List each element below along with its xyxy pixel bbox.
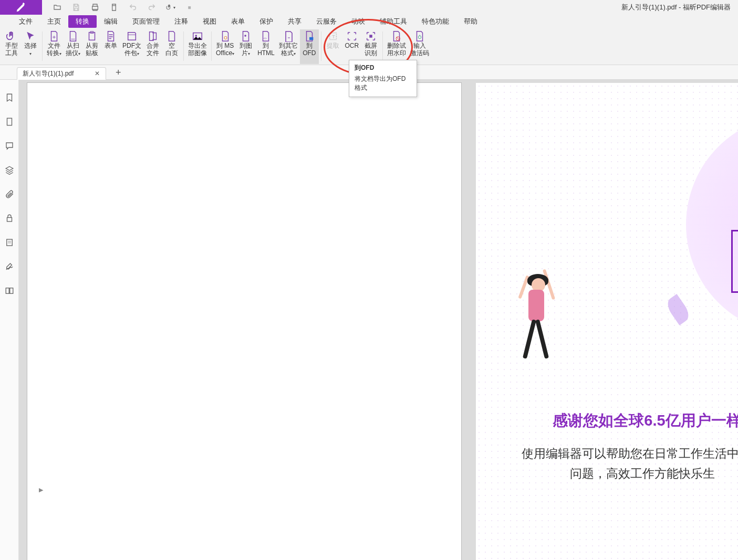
- pages-icon[interactable]: [4, 117, 15, 127]
- svg-rect-16: [6, 288, 9, 294]
- form-icon: [103, 30, 118, 42]
- ribbon-hand-tool[interactable]: 手型工具: [2, 29, 21, 64]
- menu-home[interactable]: 主页: [40, 15, 68, 28]
- print-icon[interactable]: [90, 3, 100, 12]
- ribbon-export-images[interactable]: 导出全部图像: [186, 29, 209, 64]
- menu-protect[interactable]: 保护: [252, 15, 280, 28]
- title-bar: ▾ ≡ 新人引导(1)(1).pdf - 福昕PDF编辑器: [0, 0, 738, 15]
- doc-headline: 感谢您如全球6.5亿用户一样信任: [476, 410, 738, 431]
- svg-text:O: O: [224, 36, 227, 40]
- pdf-page-right: JOIN US 欢迎来到福昕 感谢您如全球6.5亿用户一样信任 使用编辑器可以帮…: [476, 83, 738, 560]
- security-icon[interactable]: [4, 213, 15, 224]
- tooltip-desc: 将文档导出为OFD格式: [355, 75, 411, 92]
- menu-file[interactable]: 文件: [12, 15, 40, 28]
- undo-icon[interactable]: [128, 3, 138, 12]
- hand-pan-icon[interactable]: ▾: [166, 3, 175, 12]
- menu-share[interactable]: 共享: [280, 15, 309, 28]
- package-icon: [124, 30, 139, 42]
- tooltip-to-ofd: 到OFD 将文档导出为OFD格式: [349, 60, 417, 97]
- svg-rect-7: [309, 37, 313, 40]
- menu-convert[interactable]: 转换: [68, 15, 97, 28]
- ribbon-pdf-package[interactable]: PDF文件包▾: [120, 29, 143, 64]
- ofd-icon: [302, 30, 317, 42]
- other-format-icon: [281, 30, 296, 42]
- doc-subtext: 使用编辑器可以帮助您在日常工作生活中，忄问题，高效工作方能快乐生: [476, 444, 738, 484]
- activation-icon: [412, 30, 427, 42]
- svg-rect-17: [9, 288, 13, 294]
- main-area: ▶ JOIN US 欢迎来到福昕 感: [0, 80, 738, 560]
- ribbon-merge[interactable]: 合并文件: [143, 29, 162, 64]
- menu-bar: 文件 主页 转换 编辑 页面管理 注释 视图 表单 保护 共享 云服务 动映 辅…: [0, 15, 738, 28]
- merge-icon: [145, 30, 160, 42]
- ribbon-from-scanner[interactable]: 从扫描仪▾: [64, 29, 82, 64]
- menu-edit[interactable]: 编辑: [97, 15, 125, 28]
- comments-icon[interactable]: [4, 141, 15, 151]
- fields-icon[interactable]: [4, 237, 15, 248]
- save-icon[interactable]: [71, 3, 81, 12]
- menu-view[interactable]: 视图: [195, 15, 224, 28]
- menu-assist[interactable]: 辅助工具: [372, 15, 414, 28]
- ribbon-to-image[interactable]: 到图片▾: [236, 29, 255, 64]
- menu-annot[interactable]: 注释: [167, 15, 195, 28]
- image-icon: [238, 30, 253, 42]
- blank-page-icon: [164, 30, 179, 42]
- compare-icon[interactable]: [4, 286, 15, 296]
- ribbon-to-ofd[interactable]: 到OFD: [300, 29, 319, 64]
- ocr-icon: [345, 30, 359, 42]
- ribbon-enter-activation-code[interactable]: 输入激活码: [408, 29, 431, 64]
- ribbon-to-html[interactable]: <> 到HTML: [255, 29, 277, 64]
- menu-cloud[interactable]: 云服务: [309, 15, 344, 28]
- menu-feature[interactable]: 特色功能: [414, 15, 456, 28]
- clipboard-icon: [85, 30, 99, 42]
- svg-point-12: [418, 36, 421, 39]
- screenshot-icon: [363, 30, 378, 42]
- document-tab[interactable]: 新人引导(1)(1).pdf ✕: [17, 67, 106, 80]
- svg-text:T: T: [332, 34, 335, 39]
- menu-form[interactable]: 表单: [224, 15, 252, 28]
- svg-rect-10: [369, 35, 372, 38]
- scanner-icon: [66, 30, 80, 42]
- tooltip-title: 到OFD: [355, 64, 411, 72]
- document-viewport[interactable]: ▶ JOIN US 欢迎来到福昕 感: [19, 80, 738, 560]
- signatures-icon[interactable]: [4, 261, 15, 272]
- export-images-icon: [190, 30, 205, 42]
- ribbon-remove-trial-watermark[interactable]: 删除试用水印: [385, 29, 408, 64]
- svg-rect-14: [7, 218, 12, 222]
- attachments-icon[interactable]: [4, 189, 15, 199]
- msoffice-icon: O: [218, 30, 233, 42]
- html-icon: <>: [258, 30, 273, 42]
- ribbon-screenshot-ocr[interactable]: 截屏识别: [361, 29, 380, 64]
- open-icon[interactable]: [53, 3, 62, 12]
- menu-dongying[interactable]: 动映: [344, 15, 372, 28]
- extract-icon: T: [326, 30, 340, 42]
- ribbon-select[interactable]: 选择▾: [21, 29, 40, 64]
- redo-icon[interactable]: [147, 3, 157, 12]
- ribbon-file-convert[interactable]: 文件转换▾: [45, 29, 64, 64]
- layers-icon[interactable]: [4, 165, 15, 175]
- ribbon-ocr[interactable]: OCR: [342, 29, 361, 64]
- pen-nib-icon: [15, 2, 27, 13]
- menu-pages[interactable]: 页面管理: [125, 15, 167, 28]
- person-illustration: [503, 263, 566, 368]
- menu-help[interactable]: 帮助: [456, 15, 485, 28]
- watermark-remove-icon: [389, 30, 404, 42]
- app-logo[interactable]: [0, 0, 42, 15]
- pdf-page-left: [27, 83, 461, 560]
- svg-rect-13: [7, 118, 12, 125]
- panel-collapse-handle[interactable]: ▶: [39, 487, 43, 493]
- window-title: 新人引导(1)(1).pdf - 福昕PDF编辑器: [621, 0, 731, 15]
- cursor-icon: [23, 30, 38, 42]
- ribbon-to-ms-office[interactable]: O 到 MSOffice▾: [214, 29, 236, 64]
- ribbon-form[interactable]: 表单: [101, 29, 120, 64]
- bookmarks-icon[interactable]: [4, 92, 15, 103]
- customize-dropdown-icon[interactable]: ≡: [185, 3, 194, 12]
- ribbon: 手型工具 选择▾ 文件转换▾ 从扫描仪▾ 从剪贴板 表单 PDF文件包▾ 合并文…: [0, 28, 738, 65]
- ribbon-to-other[interactable]: 到其它格式▾: [277, 29, 300, 64]
- quick-print-icon[interactable]: [109, 3, 119, 12]
- add-tab-button[interactable]: +: [112, 67, 124, 79]
- ribbon-blank-page[interactable]: 空白页: [162, 29, 181, 64]
- quick-access-toolbar: ▾ ≡: [42, 3, 194, 12]
- ribbon-extract[interactable]: T 提取: [324, 29, 342, 64]
- ribbon-from-clipboard[interactable]: 从剪贴板: [82, 29, 101, 64]
- close-tab-icon[interactable]: ✕: [95, 70, 100, 77]
